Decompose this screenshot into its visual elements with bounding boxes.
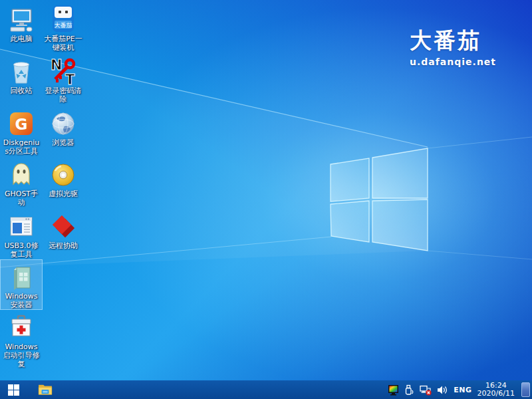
desktop-icon-diskgenius[interactable]: G Diskgenius分区工具 (1, 106, 42, 156)
icon-label: USB3.0修复工具 (1, 241, 42, 259)
desktop-icon-browser[interactable]: 浏览器 (43, 106, 84, 147)
language-indicator[interactable]: ENG (454, 386, 471, 394)
desktop-icon-password-clear[interactable]: N T 登录密码清除 (43, 55, 84, 104)
software-box-icon (1, 261, 42, 291)
clock[interactable]: 16:24 2020/6/11 (477, 382, 515, 398)
svg-text:大番茄: 大番茄 (55, 22, 72, 29)
app-window-icon (1, 211, 42, 240)
desktop-icon-windows-boot-repair[interactable]: Windows启动引导修复 (1, 311, 42, 368)
cd-disc-icon (43, 159, 84, 188)
usb-device-icon (404, 384, 414, 396)
volume-icon (437, 384, 448, 396)
show-desktop-button[interactable] (521, 382, 530, 397)
desktop: 大番茄 u.dafanqie.net 此电脑 回 (0, 0, 532, 380)
volume-tray-button[interactable] (437, 380, 448, 399)
display-color-icon (388, 384, 399, 396)
icon-label: 登录密码清除 (43, 86, 84, 104)
icon-label: 大番茄PE一键装机 (43, 35, 84, 52)
brand-url: u.dafanqie.net (410, 57, 496, 66)
first-aid-kit-icon (1, 312, 42, 341)
icon-label: 回收站 (1, 86, 42, 95)
globe-icon (43, 108, 84, 137)
this-pc-icon (1, 4, 42, 33)
svg-text:N: N (51, 57, 63, 73)
ghost-icon (1, 159, 42, 188)
system-tray: ENG 16:24 2020/6/11 (388, 380, 532, 399)
icon-label: Diskgenius分区工具 (1, 138, 42, 156)
icon-label: Windows安装器 (1, 292, 42, 309)
icon-label: Windows启动引导修复 (1, 342, 42, 368)
taskbar: ENG 16:24 2020/6/11 (0, 380, 532, 399)
file-explorer-button[interactable] (32, 380, 59, 399)
file-explorer-icon (38, 384, 53, 396)
usb-device-tray-button[interactable] (404, 380, 414, 399)
start-button[interactable] (0, 380, 27, 399)
desktop-icon-this-pc[interactable]: 此电脑 (1, 3, 42, 43)
svg-text:G: G (15, 116, 28, 133)
desktop-icon-ghost-manual[interactable]: GHOST手动 (1, 158, 42, 207)
clock-date: 2020/6/11 (477, 390, 515, 398)
network-disconnected-icon (420, 384, 432, 396)
icon-label: GHOST手动 (1, 190, 42, 207)
recycle-bin-icon (1, 56, 42, 85)
svg-text:T: T (65, 72, 75, 85)
pe-usb-plug-icon: 大番茄 (43, 4, 84, 33)
brand-name: 大番茄 (410, 29, 496, 51)
icon-label: 虚拟光驱 (43, 190, 84, 198)
desktop-icon-recycle-bin[interactable]: 回收站 (1, 55, 42, 95)
display-color-tray-button[interactable] (388, 380, 399, 399)
desktop-icon-dafanqie-pe[interactable]: 大番茄 大番茄PE一键装机 (43, 3, 84, 52)
icon-label: 浏览器 (43, 138, 84, 147)
red-diamond-icon (43, 211, 84, 240)
icon-label: 此电脑 (1, 35, 42, 43)
desktop-icon-usb3-repair[interactable]: USB3.0修复工具 (1, 209, 42, 259)
icon-label: 远程协助 (43, 241, 84, 250)
start-icon (8, 384, 19, 396)
network-tray-button[interactable] (420, 380, 432, 399)
nt-key-icon: N T (43, 56, 84, 85)
desktop-icon-virtual-cd[interactable]: 虚拟光驱 (43, 158, 84, 198)
desktop-icon-remote-assist[interactable]: 远程协助 (43, 209, 84, 250)
brand-watermark: 大番茄 u.dafanqie.net (410, 29, 496, 66)
desktop-icon-windows-installer[interactable]: Windows安装器 (1, 260, 42, 309)
diskgenius-icon: G (1, 108, 42, 137)
